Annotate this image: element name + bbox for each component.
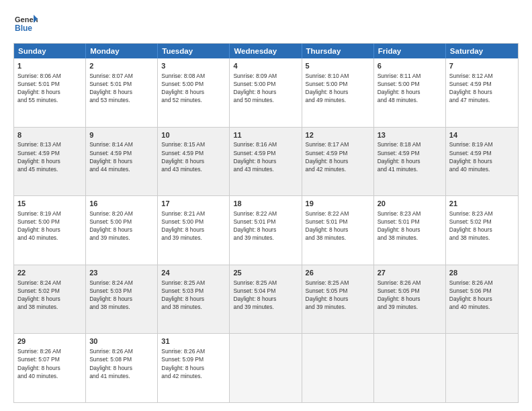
calendar-cell: 20Sunrise: 8:23 AMSunset: 5:01 PMDayligh… [374, 196, 446, 265]
calendar-cell: 5Sunrise: 8:10 AMSunset: 5:00 PMDaylight… [302, 58, 374, 127]
day-number: 16 [89, 199, 154, 209]
cell-info: Sunrise: 8:24 AMSunset: 5:02 PMDaylight:… [17, 279, 61, 310]
header-day: Sunday [14, 44, 86, 58]
calendar-cell: 8Sunrise: 8:13 AMSunset: 4:59 PMDaylight… [14, 128, 86, 196]
cell-info: Sunrise: 8:25 AMSunset: 5:05 PMDaylight:… [306, 279, 349, 310]
day-number: 11 [233, 130, 298, 140]
cell-info: Sunrise: 8:25 AMSunset: 5:04 PMDaylight:… [233, 279, 277, 310]
cell-info: Sunrise: 8:14 AMSunset: 4:59 PMDaylight:… [89, 141, 133, 172]
calendar-cell: 4Sunrise: 8:09 AMSunset: 5:00 PMDaylight… [230, 58, 302, 127]
calendar-cell: 22Sunrise: 8:24 AMSunset: 5:02 PMDayligh… [14, 265, 86, 334]
cell-info: Sunrise: 8:19 AMSunset: 5:00 PMDaylight:… [17, 210, 61, 241]
page: General Blue SundayMondayTuesdayWednesda… [0, 0, 532, 411]
cell-info: Sunrise: 8:13 AMSunset: 4:59 PMDaylight:… [17, 141, 61, 172]
day-number: 18 [233, 199, 298, 209]
day-number: 9 [89, 130, 154, 140]
calendar-cell: 27Sunrise: 8:26 AMSunset: 5:05 PMDayligh… [374, 265, 446, 334]
header-day: Wednesday [230, 44, 302, 58]
calendar-cell: 3Sunrise: 8:08 AMSunset: 5:00 PMDaylight… [158, 58, 230, 127]
calendar-row: 29Sunrise: 8:26 AMSunset: 5:07 PMDayligh… [14, 333, 518, 402]
calendar-cell: 9Sunrise: 8:14 AMSunset: 4:59 PMDaylight… [86, 128, 158, 196]
day-number: 22 [17, 268, 82, 278]
calendar-cell: 10Sunrise: 8:15 AMSunset: 4:59 PMDayligh… [158, 128, 230, 196]
header: General Blue [13, 12, 519, 36]
day-number: 17 [161, 199, 226, 209]
calendar-cell: 19Sunrise: 8:22 AMSunset: 5:01 PMDayligh… [302, 196, 374, 265]
cell-info: Sunrise: 8:06 AMSunset: 5:01 PMDaylight:… [17, 73, 61, 103]
header-day: Tuesday [158, 44, 230, 58]
cell-info: Sunrise: 8:26 AMSunset: 5:05 PMDaylight:… [378, 279, 421, 310]
calendar-cell: 18Sunrise: 8:22 AMSunset: 5:01 PMDayligh… [230, 196, 302, 265]
cell-info: Sunrise: 8:12 AMSunset: 4:59 PMDaylight:… [449, 73, 493, 103]
calendar-cell: 28Sunrise: 8:26 AMSunset: 5:06 PMDayligh… [446, 265, 518, 334]
day-number: 31 [161, 336, 226, 347]
day-number: 20 [378, 199, 442, 209]
cell-info: Sunrise: 8:26 AMSunset: 5:08 PMDaylight:… [89, 348, 133, 379]
day-number: 14 [449, 130, 515, 140]
calendar-cell: 16Sunrise: 8:20 AMSunset: 5:00 PMDayligh… [86, 196, 158, 265]
cell-info: Sunrise: 8:25 AMSunset: 5:03 PMDaylight:… [161, 279, 205, 310]
calendar-cell: 30Sunrise: 8:26 AMSunset: 5:08 PMDayligh… [86, 334, 158, 402]
cell-info: Sunrise: 8:26 AMSunset: 5:06 PMDaylight:… [449, 279, 493, 310]
header-day: Saturday [446, 44, 518, 58]
logo-svg: General Blue [13, 12, 38, 36]
day-number: 26 [306, 268, 370, 278]
day-number: 27 [378, 268, 442, 278]
day-number: 23 [89, 268, 154, 278]
calendar-cell: 21Sunrise: 8:23 AMSunset: 5:02 PMDayligh… [446, 196, 518, 265]
day-number: 15 [17, 199, 82, 209]
cell-info: Sunrise: 8:11 AMSunset: 5:00 PMDaylight:… [378, 73, 421, 103]
day-number: 4 [233, 61, 298, 71]
cell-info: Sunrise: 8:10 AMSunset: 5:00 PMDaylight:… [306, 73, 349, 103]
calendar-cell [230, 334, 302, 402]
cell-info: Sunrise: 8:26 AMSunset: 5:09 PMDaylight:… [161, 348, 205, 379]
logo: General Blue [13, 12, 38, 36]
cell-info: Sunrise: 8:15 AMSunset: 4:59 PMDaylight:… [161, 141, 205, 172]
calendar-row: 15Sunrise: 8:19 AMSunset: 5:00 PMDayligh… [14, 195, 518, 265]
cell-info: Sunrise: 8:21 AMSunset: 5:00 PMDaylight:… [161, 210, 205, 241]
calendar-cell: 7Sunrise: 8:12 AMSunset: 4:59 PMDaylight… [446, 58, 518, 127]
cell-info: Sunrise: 8:22 AMSunset: 5:01 PMDaylight:… [306, 210, 349, 241]
header-day: Friday [374, 44, 446, 58]
cell-info: Sunrise: 8:20 AMSunset: 5:00 PMDaylight:… [89, 210, 133, 241]
calendar-cell: 31Sunrise: 8:26 AMSunset: 5:09 PMDayligh… [158, 334, 230, 402]
calendar-row: 8Sunrise: 8:13 AMSunset: 4:59 PMDaylight… [14, 127, 518, 196]
calendar-cell: 11Sunrise: 8:16 AMSunset: 4:59 PMDayligh… [230, 128, 302, 196]
cell-info: Sunrise: 8:09 AMSunset: 5:00 PMDaylight:… [233, 73, 277, 103]
header-day: Thursday [302, 44, 374, 58]
calendar-cell: 25Sunrise: 8:25 AMSunset: 5:04 PMDayligh… [230, 265, 302, 334]
day-number: 21 [449, 199, 515, 209]
day-number: 24 [161, 268, 226, 278]
cell-info: Sunrise: 8:16 AMSunset: 4:59 PMDaylight:… [233, 141, 277, 172]
cell-info: Sunrise: 8:18 AMSunset: 4:59 PMDaylight:… [378, 141, 421, 172]
calendar-cell: 6Sunrise: 8:11 AMSunset: 5:00 PMDaylight… [374, 58, 446, 127]
day-number: 25 [233, 268, 298, 278]
day-number: 8 [17, 130, 82, 140]
cell-info: Sunrise: 8:26 AMSunset: 5:07 PMDaylight:… [17, 348, 61, 379]
day-number: 2 [89, 61, 154, 71]
day-number: 1 [17, 61, 82, 71]
day-number: 3 [161, 61, 226, 71]
day-number: 12 [306, 130, 370, 140]
day-number: 13 [378, 130, 442, 140]
calendar-cell: 24Sunrise: 8:25 AMSunset: 5:03 PMDayligh… [158, 265, 230, 334]
cell-info: Sunrise: 8:07 AMSunset: 5:01 PMDaylight:… [89, 73, 133, 103]
day-number: 19 [306, 199, 370, 209]
cell-info: Sunrise: 8:23 AMSunset: 5:01 PMDaylight:… [378, 210, 421, 241]
cell-info: Sunrise: 8:24 AMSunset: 5:03 PMDaylight:… [89, 279, 133, 310]
calendar-cell: 17Sunrise: 8:21 AMSunset: 5:00 PMDayligh… [158, 196, 230, 265]
calendar-cell: 14Sunrise: 8:19 AMSunset: 4:59 PMDayligh… [446, 128, 518, 196]
calendar-cell: 23Sunrise: 8:24 AMSunset: 5:03 PMDayligh… [86, 265, 158, 334]
calendar-cell [446, 334, 518, 402]
calendar-cell: 1Sunrise: 8:06 AMSunset: 5:01 PMDaylight… [14, 58, 86, 127]
calendar-row: 1Sunrise: 8:06 AMSunset: 5:01 PMDaylight… [14, 58, 518, 127]
cell-info: Sunrise: 8:17 AMSunset: 4:59 PMDaylight:… [306, 141, 349, 172]
day-number: 7 [449, 61, 515, 71]
calendar-cell: 2Sunrise: 8:07 AMSunset: 5:01 PMDaylight… [86, 58, 158, 127]
day-number: 30 [89, 336, 154, 347]
calendar-cell: 12Sunrise: 8:17 AMSunset: 4:59 PMDayligh… [302, 128, 374, 196]
calendar-cell: 15Sunrise: 8:19 AMSunset: 5:00 PMDayligh… [14, 196, 86, 265]
cell-info: Sunrise: 8:19 AMSunset: 4:59 PMDaylight:… [449, 141, 493, 172]
calendar-body: 1Sunrise: 8:06 AMSunset: 5:01 PMDaylight… [14, 58, 518, 402]
header-day: Monday [86, 44, 158, 58]
